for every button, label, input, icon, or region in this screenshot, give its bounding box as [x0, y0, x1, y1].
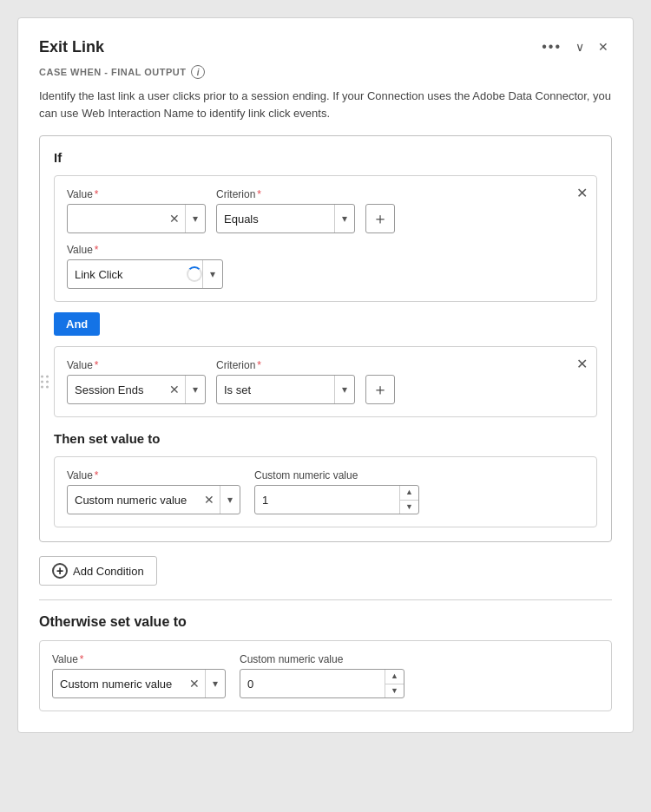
condition-2-add-button[interactable]: ＋ [365, 375, 395, 404]
if-label: If [54, 150, 597, 165]
condition-1: ✕ Value* ✕ ▾ Criterion* [54, 175, 597, 302]
add-condition-icon: + [52, 563, 68, 579]
then-numeric-wrapper[interactable]: ▲ ▼ [254, 485, 419, 514]
otherwise-value-input[interactable] [53, 670, 184, 697]
condition-2-value-clear[interactable]: ✕ [164, 376, 185, 403]
then-set-label: Then set value to [54, 431, 597, 446]
then-value-row: Value* ✕ ▾ Custom numeric value ▲ ▼ [67, 469, 584, 514]
collapse-button[interactable]: ∨ [572, 36, 588, 57]
more-options-button[interactable]: ••• [538, 36, 565, 58]
main-card: Exit Link ••• ∨ ✕ CASE WHEN - FINAL OUTP… [17, 17, 634, 733]
card-title: Exit Link [39, 38, 104, 56]
otherwise-value-group: Value* ✕ ▾ [52, 653, 226, 698]
card-header: Exit Link ••• ∨ ✕ [39, 36, 612, 58]
then-value-select[interactable]: ✕ ▾ [67, 485, 240, 514]
condition-1-second-value-group: Value* ▾ [67, 244, 584, 289]
condition-1-row: Value* ✕ ▾ Criterion* ▾ [67, 188, 584, 233]
then-value-block: Value* ✕ ▾ Custom numeric value ▲ ▼ [54, 456, 597, 527]
description-text: Identify the last link a user clicks pri… [39, 88, 612, 121]
condition-1-criterion-select[interactable]: ▾ [216, 204, 355, 233]
and-button[interactable]: And [54, 312, 100, 336]
help-icon[interactable]: i [191, 65, 205, 79]
condition-1-value-group: Value* ✕ ▾ [67, 188, 206, 233]
then-numeric-up[interactable]: ▲ [400, 486, 418, 501]
otherwise-value-clear[interactable]: ✕ [184, 670, 205, 697]
divider [39, 599, 612, 600]
then-value-dropdown[interactable]: ▾ [220, 486, 240, 514]
if-container: If ✕ Value* ✕ ▾ [39, 135, 612, 542]
otherwise-value-row: Value* ✕ ▾ Custom numeric value ▲ ▼ [52, 653, 599, 698]
condition-2-criterion-label: Criterion* [216, 359, 355, 371]
condition-2-value-input[interactable] [68, 376, 164, 403]
condition-1-add-button[interactable]: ＋ [365, 204, 395, 233]
condition-1-criterion-input[interactable] [217, 205, 334, 232]
then-value-group: Value* ✕ ▾ [67, 469, 240, 514]
condition-1-criterion-label: Criterion* [216, 188, 355, 200]
condition-2-row: Value* ✕ ▾ Criterion* ▾ [67, 359, 584, 404]
otherwise-value-select[interactable]: ✕ ▾ [52, 669, 226, 698]
condition-1-close-button[interactable]: ✕ [576, 185, 588, 201]
condition-1-value-dropdown[interactable]: ▾ [185, 205, 205, 232]
then-value-input[interactable] [68, 486, 199, 514]
otherwise-numeric-down[interactable]: ▼ [385, 684, 404, 698]
condition-1-second-dropdown[interactable]: ▾ [202, 260, 222, 288]
then-value-label: Value* [67, 469, 240, 481]
then-numeric-arrows: ▲ ▼ [399, 486, 418, 514]
condition-2: ✕ Value* ✕ ▾ Criterion* [54, 346, 597, 417]
otherwise-numeric-up[interactable]: ▲ [385, 670, 404, 684]
condition-2-criterion-select[interactable]: ▾ [216, 375, 355, 404]
otherwise-numeric-group: Custom numeric value ▲ ▼ [240, 653, 404, 698]
then-numeric-group: Custom numeric value ▲ ▼ [254, 469, 419, 514]
condition-1-value-clear[interactable]: ✕ [164, 205, 185, 232]
condition-2-value-label: Value* [67, 359, 206, 371]
add-condition-label: Add Condition [73, 565, 144, 578]
otherwise-value-dropdown[interactable]: ▾ [205, 670, 225, 697]
condition-1-criterion-group: Criterion* ▾ [216, 188, 355, 233]
otherwise-numeric-wrapper[interactable]: ▲ ▼ [240, 669, 404, 698]
otherwise-block: Value* ✕ ▾ Custom numeric value ▲ ▼ [39, 640, 612, 711]
condition-2-criterion-dropdown[interactable]: ▾ [334, 376, 354, 403]
case-when-label: CASE WHEN - FINAL OUTPUT i [39, 65, 612, 79]
otherwise-numeric-label: Custom numeric value [240, 653, 404, 665]
condition-2-value-select[interactable]: ✕ ▾ [67, 375, 206, 404]
then-numeric-down[interactable]: ▼ [400, 501, 418, 514]
condition-1-criterion-dropdown[interactable]: ▾ [334, 205, 354, 232]
condition-1-second-value-select[interactable]: ▾ [67, 259, 223, 289]
condition-1-second-value-label: Value* [67, 244, 584, 256]
condition-2-criterion-input[interactable] [217, 376, 334, 403]
loading-spinner [187, 266, 202, 282]
otherwise-numeric-input[interactable] [240, 670, 385, 697]
condition-1-value-select[interactable]: ✕ ▾ [67, 204, 206, 233]
condition-2-value-group: Value* ✕ ▾ [67, 359, 206, 404]
condition-2-criterion-group: Criterion* ▾ [216, 359, 355, 404]
then-numeric-input[interactable] [255, 486, 399, 514]
condition-2-close-button[interactable]: ✕ [576, 356, 588, 372]
condition-1-second-row: Value* ▾ [67, 244, 584, 289]
otherwise-numeric-arrows: ▲ ▼ [385, 670, 404, 697]
add-condition-button[interactable]: + Add Condition [39, 556, 157, 586]
drag-handle[interactable] [41, 376, 49, 389]
header-icons: ••• ∨ ✕ [538, 36, 612, 58]
condition-1-second-value-input[interactable] [68, 260, 183, 288]
close-button[interactable]: ✕ [595, 36, 612, 57]
then-numeric-label: Custom numeric value [254, 469, 419, 481]
otherwise-value-label: Value* [52, 653, 226, 665]
condition-2-value-dropdown[interactable]: ▾ [185, 376, 205, 403]
condition-1-value-label: Value* [67, 188, 206, 200]
then-value-clear[interactable]: ✕ [199, 486, 220, 514]
condition-1-value-input[interactable] [68, 205, 164, 232]
otherwise-label: Otherwise set value to [39, 614, 612, 630]
